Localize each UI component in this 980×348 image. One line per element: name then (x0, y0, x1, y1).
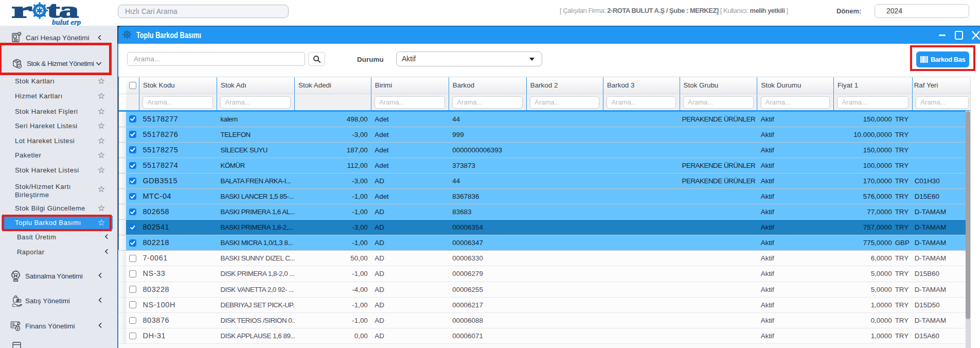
svg-text:bulut erp: bulut erp (52, 18, 81, 26)
svg-text:r: r (12, 1, 32, 22)
